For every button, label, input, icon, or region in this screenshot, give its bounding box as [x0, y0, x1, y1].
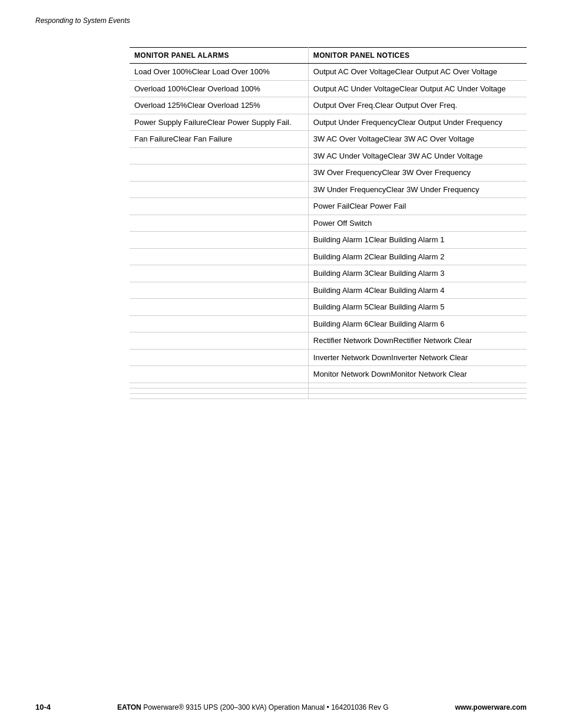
- alarm-cell: [130, 393, 308, 398]
- table-row: Rectifier Network DownRectifier Network …: [130, 332, 527, 350]
- notice-line2: Clear Building Alarm 3: [369, 269, 445, 278]
- notice-cell: Output AC Over VoltageClear Output AC Ov…: [308, 64, 527, 81]
- notice-line1: Building Alarm 5: [313, 302, 369, 311]
- notice-line1: Output AC Under Voltage: [313, 84, 399, 93]
- notice-line1: 3W AC Over Voltage: [313, 134, 384, 143]
- notice-line2: Clear 3W AC Under Voltage: [388, 151, 482, 160]
- alarm-cell: [130, 349, 308, 366]
- notice-cell: Building Alarm 4Clear Building Alarm 4: [308, 282, 527, 299]
- alarm-line2: Clear Overload 100%: [187, 84, 260, 93]
- table-row: Inverter Network DownInverter Network Cl…: [130, 349, 527, 366]
- notice-line1: Inverter Network Down: [313, 353, 391, 362]
- notice-line2: Monitor Network Clear: [391, 370, 467, 378]
- notice-line2: Clear Building Alarm 6: [369, 319, 445, 328]
- alarm-cell: [130, 265, 308, 282]
- notice-line2: Clear 3W Under Frequency: [386, 185, 479, 194]
- notice-line2: Clear Building Alarm 1: [369, 235, 445, 244]
- table-row: Monitor Network DownMonitor Network Clea…: [130, 366, 527, 383]
- notice-line2: Rectifier Network Clear: [394, 336, 472, 345]
- col-notices-header: MONITOR PANEL NOTICES: [308, 48, 527, 64]
- alarm-cell: [130, 315, 308, 332]
- notice-line1: Power Off Switch: [313, 219, 372, 228]
- alarm-cell: Fan FailureClear Fan Failure: [130, 131, 308, 148]
- notice-cell: Output Over Freq.Clear Output Over Freq.: [308, 97, 527, 114]
- table-row: Power FailClear Power Fail: [130, 198, 527, 215]
- page-header: Responding to System Events: [35, 17, 130, 25]
- notice-line2: Clear 3W AC Over Voltage: [384, 134, 474, 143]
- notice-cell: Building Alarm 3Clear Building Alarm 3: [308, 265, 527, 282]
- notice-line2: Clear Power Fail: [349, 202, 406, 210]
- notice-line1: 3W Over Frequency: [313, 168, 382, 177]
- notice-line1: Building Alarm 4: [313, 286, 369, 295]
- alarm-cell: [130, 282, 308, 299]
- main-content: MONITOR PANEL ALARMS MONITOR PANEL NOTIC…: [130, 47, 527, 399]
- notice-line1: 3W AC Under Voltage: [313, 151, 388, 160]
- notice-cell: [308, 388, 527, 393]
- alarm-cell: [130, 332, 308, 350]
- alarm-line2: Clear Overload 125%: [187, 101, 260, 110]
- alarm-cell: Overload 125%Clear Overload 125%: [130, 97, 308, 114]
- alarm-cell: [130, 215, 308, 232]
- notice-line1: Power Fail: [313, 202, 349, 210]
- alarm-cell: [130, 164, 308, 182]
- notice-line1: Monitor Network Down: [313, 370, 391, 378]
- notice-line1: Output AC Over Voltage: [313, 67, 395, 76]
- table-row: Building Alarm 5Clear Building Alarm 5: [130, 299, 527, 316]
- notice-line2: Clear 3W Over Frequency: [382, 168, 471, 177]
- table-row: 3W AC Under VoltageClear 3W AC Under Vol…: [130, 147, 527, 164]
- alarm-cell: Overload 100%Clear Overload 100%: [130, 80, 308, 97]
- footer-description: EATON Powerware® 9315 UPS (200–300 kVA) …: [62, 703, 443, 711]
- notice-cell: Building Alarm 2Clear Building Alarm 2: [308, 248, 527, 265]
- notice-line1: Output Over Freq.: [313, 101, 375, 110]
- alarm-cell: [130, 248, 308, 265]
- monitor-panel-table: MONITOR PANEL ALARMS MONITOR PANEL NOTIC…: [130, 47, 527, 399]
- alarm-cell: [130, 232, 308, 249]
- notice-line1: Building Alarm 2: [313, 252, 369, 261]
- alarm-line1: Load Over 100%: [134, 67, 192, 76]
- alarm-line1: Overload 100%: [134, 84, 187, 93]
- notice-cell: Power FailClear Power Fail: [308, 198, 527, 215]
- notice-cell: Rectifier Network DownRectifier Network …: [308, 332, 527, 350]
- table-row: Building Alarm 2Clear Building Alarm 2: [130, 248, 527, 265]
- alarm-cell: [130, 181, 308, 198]
- footer-desc-text: Powerware® 9315 UPS (200–300 kVA) Operat…: [143, 703, 388, 711]
- notice-line1: 3W Under Frequency: [313, 185, 386, 194]
- header-title: Responding to System Events: [35, 17, 130, 25]
- notice-line2: Inverter Network Clear: [391, 353, 468, 362]
- table-row: Load Over 100%Clear Load Over 100%Output…: [130, 64, 527, 81]
- alarm-line1: Fan Failure: [134, 134, 173, 143]
- alarm-line2: Clear Load Over 100%: [192, 67, 270, 76]
- notice-cell: 3W Under FrequencyClear 3W Under Frequen…: [308, 181, 527, 198]
- alarm-cell: Load Over 100%Clear Load Over 100%: [130, 64, 308, 81]
- notice-cell: 3W AC Under VoltageClear 3W AC Under Vol…: [308, 147, 527, 164]
- table-row: 3W Over FrequencyClear 3W Over Frequency: [130, 164, 527, 182]
- notice-cell: Output AC Under VoltageClear Output AC U…: [308, 80, 527, 97]
- alarm-line1: Overload 125%: [134, 101, 187, 110]
- notice-cell: 3W Over FrequencyClear 3W Over Frequency: [308, 164, 527, 182]
- notice-cell: Building Alarm 5Clear Building Alarm 5: [308, 299, 527, 316]
- notice-cell: Inverter Network DownInverter Network Cl…: [308, 349, 527, 366]
- notice-cell: 3W AC Over VoltageClear 3W AC Over Volta…: [308, 131, 527, 148]
- table-row: Power Off Switch: [130, 215, 527, 232]
- alarm-line2: Clear Power Supply Fail.: [207, 118, 292, 127]
- footer-website: www.powerware.com: [455, 703, 527, 711]
- notice-line2: Clear Output AC Under Voltage: [399, 84, 506, 93]
- table-row: Building Alarm 3Clear Building Alarm 3: [130, 265, 527, 282]
- alarm-cell: [130, 299, 308, 316]
- alarm-cell: [130, 388, 308, 393]
- page-number: 10-4: [35, 703, 51, 711]
- notice-line1: Output Under Frequency: [313, 118, 398, 127]
- notice-line2: Clear Output AC Over Voltage: [395, 67, 497, 76]
- table-row: Fan FailureClear Fan Failure3W AC Over V…: [130, 131, 527, 148]
- table-row: Building Alarm 4Clear Building Alarm 4: [130, 282, 527, 299]
- alarm-line1: Power Supply Failure: [134, 118, 207, 127]
- notice-cell: Monitor Network DownMonitor Network Clea…: [308, 366, 527, 383]
- alarm-cell: [130, 383, 308, 388]
- alarm-cell: [130, 366, 308, 383]
- table-row: Overload 100%Clear Overload 100%Output A…: [130, 80, 527, 97]
- notice-line2: Clear Output Over Freq.: [375, 101, 457, 110]
- notice-line1: Building Alarm 3: [313, 269, 369, 278]
- notice-cell: Building Alarm 1Clear Building Alarm 1: [308, 232, 527, 249]
- table-row: [130, 393, 527, 398]
- notice-cell: [308, 393, 527, 398]
